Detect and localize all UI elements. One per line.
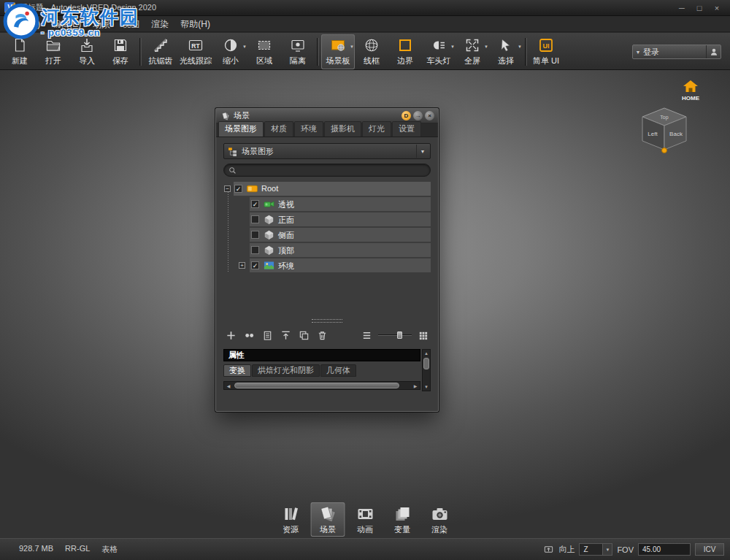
toolbar-button-fullscreen[interactable]: ▼全屏 — [456, 34, 489, 69]
wireframe-icon — [364, 36, 380, 55]
vscroll-track[interactable] — [423, 357, 430, 383]
properties-tab-transform[interactable]: 变换 — [223, 364, 251, 377]
toolbar-button-scene-plate[interactable]: ▼场景板 — [321, 34, 355, 69]
vertical-scrollbar[interactable]: ▲ ▼ — [422, 349, 431, 391]
maximize-button[interactable]: □ — [691, 1, 708, 14]
detach-button[interactable]: → — [413, 111, 423, 120]
dock-item-scene[interactable]: 场景 — [311, 502, 345, 537]
tree-row[interactable]: 正面 — [223, 212, 431, 227]
toolbar-button-isolate[interactable]: 隔离 — [281, 34, 315, 69]
toolbar-button-boundary[interactable]: 边界 — [388, 34, 422, 69]
dock-item-assets[interactable]: 资源 — [274, 502, 308, 537]
dropdown-arrow-icon[interactable]: ▼ — [416, 145, 429, 158]
node-checkbox[interactable] — [251, 215, 259, 223]
up-axis-select[interactable]: Z ▼ — [579, 543, 612, 556]
horizontal-scrollbar[interactable]: ◀ ▶ — [223, 381, 420, 390]
dock-item-render[interactable]: 渲染 — [423, 502, 457, 537]
icon-size-slider[interactable] — [378, 331, 412, 340]
dropdown-arrow-icon[interactable]: ▼ — [242, 45, 247, 49]
node-checkbox[interactable]: ✓ — [251, 200, 259, 208]
properties-tab-bake[interactable]: 烘焙灯光和阴影 — [252, 364, 320, 377]
user-icon[interactable] — [706, 45, 721, 58]
vred-logo-icon: V — [4, 2, 15, 13]
scroll-left-icon[interactable]: ◀ — [224, 383, 233, 388]
toolbar-button-open[interactable]: 打开 — [36, 34, 70, 69]
duplicate-icon[interactable] — [299, 330, 310, 341]
menu-item-render[interactable]: 渲染 — [145, 17, 174, 32]
viewcube[interactable]: HOME Top Left Back — [632, 77, 711, 164]
tab-settings[interactable]: 设置 — [392, 121, 421, 137]
node-checkbox[interactable]: ✓ — [251, 261, 259, 269]
dock-button[interactable]: D — [402, 111, 411, 120]
hscroll-track[interactable] — [233, 382, 411, 389]
toolbar-button-zoom-out[interactable]: ▼缩小 — [214, 34, 247, 69]
add-node-icon[interactable] — [226, 330, 237, 341]
node-checkbox[interactable] — [251, 231, 259, 239]
tree-row-highlight — [250, 197, 431, 211]
dock-item-animation[interactable]: 动画 — [348, 502, 383, 537]
move-into-icon[interactable] — [280, 330, 291, 341]
dropdown-arrow-icon[interactable]: ▼ — [450, 45, 455, 49]
splitter-handle[interactable] — [312, 319, 342, 323]
clipboard-icon[interactable] — [262, 330, 273, 341]
tab-material[interactable]: 材质 — [264, 121, 293, 137]
tab-light[interactable]: 灯光 — [362, 121, 391, 137]
toolbar-button-label: 打开 — [45, 55, 61, 66]
close-button[interactable]: × — [708, 1, 726, 14]
menu-item-file[interactable]: 文件(F) — [6, 17, 46, 32]
properties-tab-geometry[interactable]: 几何体 — [320, 364, 356, 377]
tree-row[interactable]: 顶部 — [223, 242, 431, 258]
slider-thumb[interactable] — [397, 331, 402, 339]
hscroll-thumb[interactable] — [234, 383, 399, 388]
toolbar-button-antialias[interactable]: 抗锯齿 — [144, 34, 177, 69]
group-nodes-icon[interactable] — [244, 330, 255, 341]
toolbar-button-raytracing[interactable]: RT光线跟踪 — [177, 34, 214, 69]
scroll-up-icon[interactable]: ▲ — [423, 350, 430, 357]
toolbar-button-wireframe[interactable]: 线框 — [355, 34, 388, 69]
toolbar-button-simple-ui[interactable]: UI简单 UI — [529, 34, 563, 69]
menu-item-help[interactable]: 帮助(H) — [174, 17, 216, 32]
tree-row[interactable]: −✓Root — [223, 181, 431, 196]
toolbar-button-save[interactable]: 保存 — [104, 34, 137, 69]
fov-input[interactable]: 45.00 — [638, 543, 691, 556]
tab-environment[interactable]: 环境 — [294, 121, 323, 137]
toolbar-button-import[interactable]: 导入 — [70, 34, 104, 69]
toolbar-button-new[interactable]: 新建 — [3, 34, 36, 69]
icv-button[interactable]: ICV — [695, 543, 724, 556]
menu-item-view[interactable]: 视图 — [116, 17, 145, 32]
toolbar-button-region[interactable]: 区域 — [247, 34, 281, 69]
toolbar-button-headlight[interactable]: ▼车头灯 — [422, 34, 456, 69]
raytracing-icon: RT — [188, 36, 204, 55]
dock-item-variants[interactable]: 变量 — [385, 502, 420, 537]
expand-icon[interactable]: + — [239, 262, 245, 269]
grid-view-icon[interactable] — [418, 330, 429, 341]
dropdown-arrow-icon[interactable]: ▼ — [602, 544, 612, 555]
tree-row[interactable]: ✓透视 — [223, 196, 431, 212]
viewport-3d[interactable]: HOME Top Left Back 场景 D→× 场景图形材质环境摄影机灯光设 — [0, 70, 730, 538]
tree-row[interactable]: +✓环境 — [223, 258, 431, 273]
vscroll-thumb[interactable] — [423, 358, 429, 369]
toolbar-button-select[interactable]: ▼选择 — [489, 34, 523, 69]
scenegraph-selector[interactable]: 场景图形 ▼ — [223, 143, 431, 159]
collapse-icon[interactable]: − — [224, 185, 231, 192]
delete-icon[interactable] — [317, 330, 328, 341]
scroll-right-icon[interactable]: ▶ — [411, 383, 420, 388]
toolbar-button-label: 场景板 — [326, 55, 350, 66]
close-button[interactable]: × — [425, 111, 434, 120]
dropdown-arrow-icon[interactable]: ▼ — [518, 45, 522, 49]
login-dropdown[interactable]: ▼ 登录 — [632, 45, 721, 59]
node-checkbox[interactable]: ✓ — [234, 185, 242, 193]
node-checkbox[interactable] — [251, 246, 259, 254]
dropdown-arrow-icon[interactable]: ▼ — [484, 45, 488, 49]
minimize-button[interactable]: ─ — [673, 1, 691, 14]
node-label: 侧面 — [278, 230, 294, 241]
tab-scenegraph[interactable]: 场景图形 — [218, 121, 264, 137]
scroll-down-icon[interactable]: ▼ — [423, 383, 430, 391]
menu-item-edit[interactable]: 编辑(E) — [46, 17, 87, 32]
menu-item-scene[interactable]: 场景 — [87, 17, 116, 32]
tab-camera[interactable]: 摄影机 — [324, 121, 361, 137]
search-input[interactable] — [223, 164, 431, 177]
row-height-icon[interactable] — [361, 330, 372, 341]
dropdown-arrow-icon[interactable]: ▼ — [350, 45, 354, 49]
tree-row[interactable]: 侧面 — [223, 227, 431, 242]
